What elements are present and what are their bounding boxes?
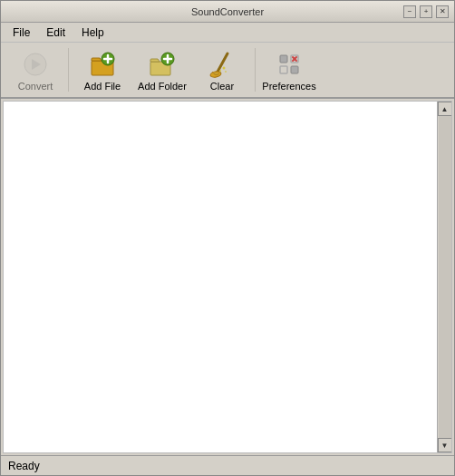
clear-label: Clear	[210, 81, 234, 92]
statusbar: Ready	[1, 455, 454, 475]
add-file-button[interactable]: Add File	[73, 45, 131, 94]
convert-icon	[21, 50, 50, 79]
svg-rect-18	[291, 66, 298, 73]
window-title: SoundConverter	[52, 6, 403, 17]
status-text: Ready	[8, 460, 40, 472]
scrollbar-right: ▲ ▼	[437, 102, 451, 452]
menu-help[interactable]: Help	[73, 24, 112, 42]
convert-label: Convert	[18, 81, 53, 92]
titlebar: SoundConverter − + ✕	[1, 1, 454, 23]
convert-button[interactable]: Convert	[6, 45, 64, 94]
separator-2	[255, 48, 257, 92]
add-folder-icon	[148, 50, 177, 79]
add-folder-button[interactable]: Add Folder	[133, 45, 191, 94]
svg-rect-15	[280, 55, 287, 63]
menubar: File Edit Help	[1, 23, 454, 43]
scroll-down-button[interactable]: ▼	[438, 438, 452, 452]
preferences-button[interactable]: Preferences	[260, 45, 318, 94]
add-file-label: Add File	[84, 81, 121, 92]
preferences-label: Preferences	[262, 81, 315, 92]
add-file-icon	[88, 50, 117, 79]
svg-line-10	[217, 53, 228, 73]
svg-point-14	[225, 71, 227, 73]
maximize-button[interactable]: +	[420, 5, 432, 18]
clear-icon	[208, 50, 237, 79]
svg-rect-17	[280, 66, 287, 73]
preferences-icon	[275, 50, 304, 79]
separator-1	[68, 48, 70, 92]
menu-edit[interactable]: Edit	[38, 24, 73, 42]
menu-file[interactable]: File	[5, 24, 38, 42]
svg-point-13	[219, 70, 221, 72]
svg-point-12	[223, 67, 226, 70]
clear-button[interactable]: Clear	[193, 45, 251, 94]
minimize-button[interactable]: −	[403, 5, 416, 18]
scroll-up-button[interactable]: ▲	[438, 102, 452, 116]
file-list-area: ▲ ▼	[3, 101, 452, 453]
window-controls: − + ✕	[403, 5, 449, 18]
toolbar: Convert Add File	[1, 43, 454, 99]
scroll-track	[439, 116, 451, 438]
add-folder-label: Add Folder	[138, 81, 187, 92]
close-button[interactable]: ✕	[436, 5, 449, 18]
